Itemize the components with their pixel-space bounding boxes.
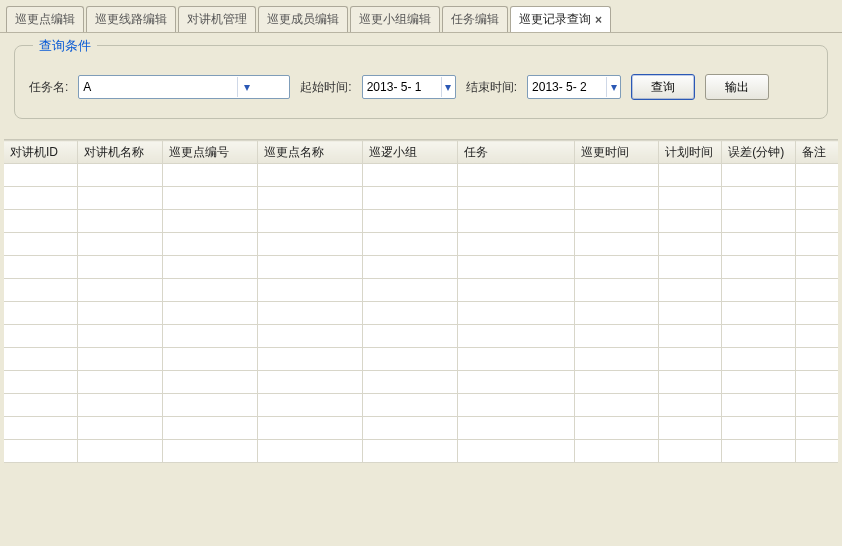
query-groupbox: 查询条件 任务名: ▾ 起始时间: ▾ 结束时间: ▾ 查询 输出 xyxy=(14,45,828,119)
cell xyxy=(574,348,658,371)
cell xyxy=(363,233,458,256)
cell xyxy=(363,187,458,210)
col-header[interactable]: 计划时间 xyxy=(658,141,721,164)
tab-label: 巡更记录查询 xyxy=(519,11,591,28)
table-row xyxy=(4,164,838,187)
cell xyxy=(257,164,363,187)
tab-巡更小组编辑[interactable]: 巡更小组编辑 xyxy=(350,6,440,32)
cell xyxy=(4,187,78,210)
chevron-down-icon[interactable]: ▾ xyxy=(606,77,620,97)
cell xyxy=(574,233,658,256)
tab-label: 巡更点编辑 xyxy=(15,11,75,28)
cell xyxy=(257,394,363,417)
tab-label: 对讲机管理 xyxy=(187,11,247,28)
cell xyxy=(363,302,458,325)
col-header[interactable]: 对讲机ID xyxy=(4,141,78,164)
table-row xyxy=(4,348,838,371)
cell xyxy=(658,164,721,187)
col-header[interactable]: 巡更时间 xyxy=(574,141,658,164)
tab-任务编辑[interactable]: 任务编辑 xyxy=(442,6,508,32)
results-table: 对讲机ID对讲机名称巡更点编号巡更点名称巡逻小组任务巡更时间计划时间误差(分钟)… xyxy=(4,140,838,463)
cell xyxy=(4,440,78,463)
cell xyxy=(78,279,162,302)
cell xyxy=(574,279,658,302)
cell xyxy=(658,440,721,463)
col-header[interactable]: 任务 xyxy=(458,141,574,164)
cell xyxy=(162,233,257,256)
cell xyxy=(363,371,458,394)
cell xyxy=(796,440,838,463)
cell xyxy=(162,348,257,371)
tab-label: 巡更线路编辑 xyxy=(95,11,167,28)
cell xyxy=(257,325,363,348)
start-time-picker[interactable]: ▾ xyxy=(362,75,456,99)
table-row xyxy=(4,417,838,440)
cell xyxy=(4,233,78,256)
start-time-input[interactable] xyxy=(363,77,441,97)
cell xyxy=(458,256,574,279)
cell xyxy=(162,394,257,417)
cell xyxy=(458,233,574,256)
cell xyxy=(458,210,574,233)
cell xyxy=(78,394,162,417)
col-header[interactable]: 备注 xyxy=(796,141,838,164)
cell xyxy=(796,233,838,256)
cell xyxy=(257,210,363,233)
cell xyxy=(363,440,458,463)
cell xyxy=(4,325,78,348)
tab-巡更成员编辑[interactable]: 巡更成员编辑 xyxy=(258,6,348,32)
cell xyxy=(363,210,458,233)
col-header[interactable]: 巡更点名称 xyxy=(257,141,363,164)
col-header[interactable]: 巡更点编号 xyxy=(162,141,257,164)
cell xyxy=(658,348,721,371)
query-button[interactable]: 查询 xyxy=(631,74,695,100)
cell xyxy=(722,371,796,394)
end-time-label: 结束时间: xyxy=(466,79,517,96)
cell xyxy=(658,417,721,440)
cell xyxy=(78,325,162,348)
cell xyxy=(162,187,257,210)
cell xyxy=(257,233,363,256)
cell xyxy=(4,164,78,187)
cell xyxy=(796,187,838,210)
close-icon[interactable]: × xyxy=(595,13,602,27)
cell xyxy=(257,348,363,371)
cell xyxy=(658,279,721,302)
cell xyxy=(722,210,796,233)
task-label: 任务名: xyxy=(29,79,68,96)
tab-巡更线路编辑[interactable]: 巡更线路编辑 xyxy=(86,6,176,32)
table-row xyxy=(4,440,838,463)
col-header[interactable]: 误差(分钟) xyxy=(722,141,796,164)
tab-巡更记录查询[interactable]: 巡更记录查询× xyxy=(510,6,611,32)
export-button[interactable]: 输出 xyxy=(705,74,769,100)
col-header[interactable]: 对讲机名称 xyxy=(78,141,162,164)
tab-巡更点编辑[interactable]: 巡更点编辑 xyxy=(6,6,84,32)
table-row xyxy=(4,256,838,279)
col-header[interactable]: 巡逻小组 xyxy=(363,141,458,164)
cell xyxy=(574,302,658,325)
cell xyxy=(574,394,658,417)
cell xyxy=(162,417,257,440)
end-time-input[interactable] xyxy=(528,77,606,97)
cell xyxy=(574,417,658,440)
cell xyxy=(658,325,721,348)
cell xyxy=(78,256,162,279)
cell xyxy=(78,302,162,325)
cell xyxy=(257,302,363,325)
task-input[interactable] xyxy=(79,77,237,97)
tab-对讲机管理[interactable]: 对讲机管理 xyxy=(178,6,256,32)
cell xyxy=(574,164,658,187)
cell xyxy=(4,302,78,325)
end-time-picker[interactable]: ▾ xyxy=(527,75,621,99)
cell xyxy=(257,279,363,302)
cell xyxy=(722,164,796,187)
chevron-down-icon[interactable]: ▾ xyxy=(237,77,256,97)
cell xyxy=(574,371,658,394)
tab-label: 任务编辑 xyxy=(451,11,499,28)
task-combo[interactable]: ▾ xyxy=(78,75,290,99)
chevron-down-icon[interactable]: ▾ xyxy=(441,77,455,97)
cell xyxy=(257,371,363,394)
cell xyxy=(257,187,363,210)
cell xyxy=(796,256,838,279)
cell xyxy=(257,417,363,440)
